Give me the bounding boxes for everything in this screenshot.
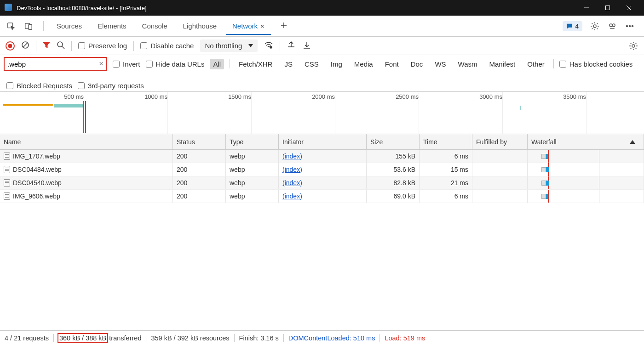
preserve-log-checkbox[interactable]: Preserve log [78,42,127,50]
filter-type-ws[interactable]: WS [431,59,449,69]
load-marker [548,150,549,163]
issues-counter[interactable]: 4 [563,21,582,31]
request-size: 155 kB [367,150,420,163]
tab-network[interactable]: Network× [226,17,271,34]
device-toolbar-icon[interactable] [22,20,35,33]
tab-sources[interactable]: Sources [50,17,88,34]
svg-point-12 [270,46,272,48]
dcl-time: DOMContentLoaded: 510 ms [288,334,375,342]
request-size: 82.8 kB [367,176,420,189]
filter-type-other[interactable]: Other [524,59,548,69]
col-time[interactable]: Time [420,134,472,149]
initiator-link[interactable]: (index) [282,166,302,173]
file-icon [4,166,10,173]
svg-rect-3 [29,24,32,29]
timeline-overview[interactable]: 500 ms 1000 ms 1500 ms 2000 ms 2500 ms 3… [0,92,644,134]
request-fulfilled [472,150,528,163]
resources-size: 359 kB / 392 kB resources [151,334,229,342]
request-type: webp [226,163,279,176]
export-har-icon[interactable] [302,40,311,51]
filter-type-font[interactable]: Font [382,59,402,69]
import-har-icon[interactable] [287,40,296,51]
tab-console[interactable]: Console [136,17,174,34]
filter-type-js[interactable]: JS [281,59,296,69]
svg-point-6 [612,24,615,27]
request-name: DSC04540.webp [13,179,62,187]
request-time: 6 ms [420,190,472,203]
panel-tabs-row: Sources Elements Console Lighthouse Netw… [0,16,644,37]
network-conditions-icon[interactable] [264,40,273,51]
table-row[interactable]: IMG_9606.webp200webp(index)69.0 kB6 ms [0,190,644,203]
blocked-requests-checkbox[interactable]: Blocked Requests [6,82,72,90]
col-size[interactable]: Size [367,134,420,149]
filter-type-css[interactable]: CSS [301,59,322,69]
more-options-icon[interactable] [625,21,635,31]
more-tabs-button[interactable] [274,17,294,35]
chat-icon [566,23,573,29]
finish-time: Finish: 3.16 s [239,334,279,342]
request-type: webp [226,176,279,189]
filter-type-all[interactable]: All [210,59,224,69]
throttling-select[interactable]: No throttling [200,40,258,52]
col-name[interactable]: Name [0,134,173,149]
chevron-down-icon [248,44,253,47]
col-fulfilled[interactable]: Fulfilled by [472,134,528,149]
waterfall-cell [528,190,644,203]
requests-table-header: Name Status Type Initiator Size Time Ful… [0,134,644,150]
initiator-link[interactable]: (index) [282,179,302,187]
settings-gear-icon[interactable] [590,21,600,31]
file-icon [4,192,10,200]
blocked-cookies-checkbox[interactable]: Has blocked cookies [559,60,633,68]
sort-asc-icon [630,140,635,144]
clear-button[interactable] [21,41,29,51]
col-type[interactable]: Type [226,134,279,149]
overview-activity-bar [3,104,53,106]
tab-elements[interactable]: Elements [91,17,133,34]
file-icon [4,179,10,187]
disable-cache-checkbox[interactable]: Disable cache [140,42,194,50]
filter-type-manifest[interactable]: Manifest [486,59,519,69]
overview-activity-bar [54,104,83,107]
window-close-button[interactable] [618,0,639,16]
window-minimize-button[interactable] [576,0,597,16]
inspect-element-icon[interactable] [5,20,17,33]
col-initiator[interactable]: Initiator [279,134,367,149]
svg-point-8 [629,25,631,27]
filter-type-doc[interactable]: Doc [408,59,426,69]
hide-data-urls-checkbox[interactable]: Hide data URLs [146,60,205,68]
table-row[interactable]: DSC04484.webp200webp(index)53.6 kB15 ms [0,163,644,176]
requests-table-body: IMG_1707.webp200webp(index)155 kB6 msDSC… [0,150,644,330]
table-row[interactable]: IMG_1707.webp200webp(index)155 kB6 ms [0,150,644,163]
third-party-checkbox[interactable]: 3rd-party requests [78,82,144,90]
filter-type-fetchxhr[interactable]: Fetch/XHR [236,59,276,69]
tab-lighthouse[interactable]: Lighthouse [177,17,223,34]
clear-filter-icon[interactable]: × [99,59,104,68]
search-icon[interactable] [57,41,65,51]
network-settings-gear-icon[interactable] [628,41,638,51]
svg-point-13 [632,45,635,47]
filter-type-wasm[interactable]: Wasm [455,59,481,69]
load-time: Load: 519 ms [385,334,425,342]
col-waterfall[interactable]: Waterfall [528,134,644,149]
record-button[interactable] [6,41,15,51]
status-bar: 4 / 21 requests 360 kB / 388 kB transfer… [0,330,644,345]
file-icon [4,153,10,160]
close-icon[interactable]: × [260,22,264,30]
network-toolbar: Preserve log Disable cache No throttling [0,37,644,55]
request-fulfilled [472,176,528,189]
filter-icon[interactable] [43,41,50,51]
request-name: IMG_9606.webp [13,192,60,200]
feedback-icon[interactable] [607,21,617,31]
initiator-link[interactable]: (index) [282,192,302,200]
window-maximize-button[interactable] [597,0,618,16]
filter-type-img[interactable]: Img [328,59,345,69]
table-row[interactable]: DSC04540.webp200webp(index)82.8 kB21 ms [0,176,644,190]
invert-checkbox[interactable]: Invert [113,60,140,68]
initiator-link[interactable]: (index) [282,153,302,160]
filter-input[interactable]: .webp × [4,57,107,71]
waterfall-cell [528,150,644,163]
waterfall-cell [528,163,644,176]
request-type: webp [226,190,279,203]
col-status[interactable]: Status [173,134,226,149]
filter-type-media[interactable]: Media [351,59,376,69]
